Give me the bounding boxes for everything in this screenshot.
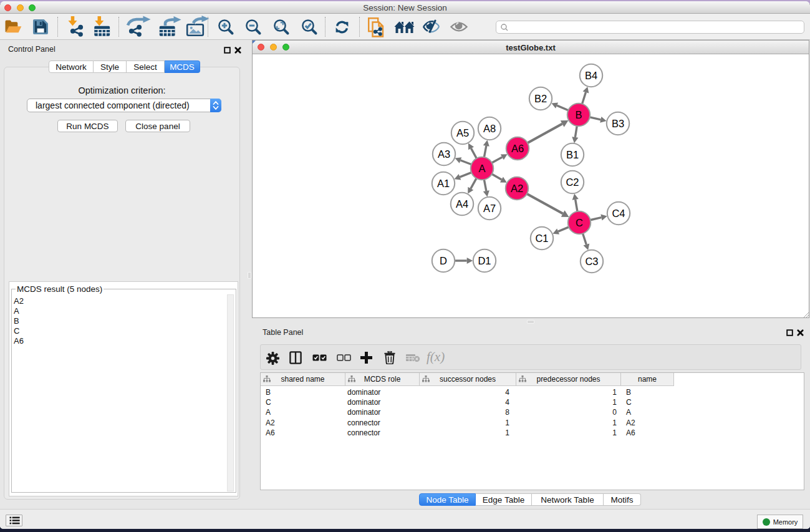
svg-text:A5: A5 xyxy=(456,127,469,138)
svg-text:B: B xyxy=(575,109,582,120)
svg-text:D: D xyxy=(440,255,447,266)
svg-text:C1: C1 xyxy=(535,233,548,244)
svg-text:B1: B1 xyxy=(566,149,579,160)
svg-text:D1: D1 xyxy=(478,255,491,266)
svg-text:A: A xyxy=(478,163,485,174)
svg-text:C: C xyxy=(576,217,583,228)
svg-text:A7: A7 xyxy=(483,203,496,214)
svg-text:A8: A8 xyxy=(483,123,496,134)
svg-text:B2: B2 xyxy=(534,93,547,104)
svg-text:A4: A4 xyxy=(456,198,468,210)
svg-text:C4: C4 xyxy=(612,208,625,219)
svg-text:A6: A6 xyxy=(511,143,524,154)
svg-text:A3: A3 xyxy=(438,148,450,160)
svg-text:A1: A1 xyxy=(437,178,450,189)
svg-text:B3: B3 xyxy=(612,118,624,129)
svg-text:A2: A2 xyxy=(511,183,523,194)
svg-text:B4: B4 xyxy=(585,70,597,81)
svg-text:C3: C3 xyxy=(585,256,598,267)
svg-text:C2: C2 xyxy=(566,177,579,188)
